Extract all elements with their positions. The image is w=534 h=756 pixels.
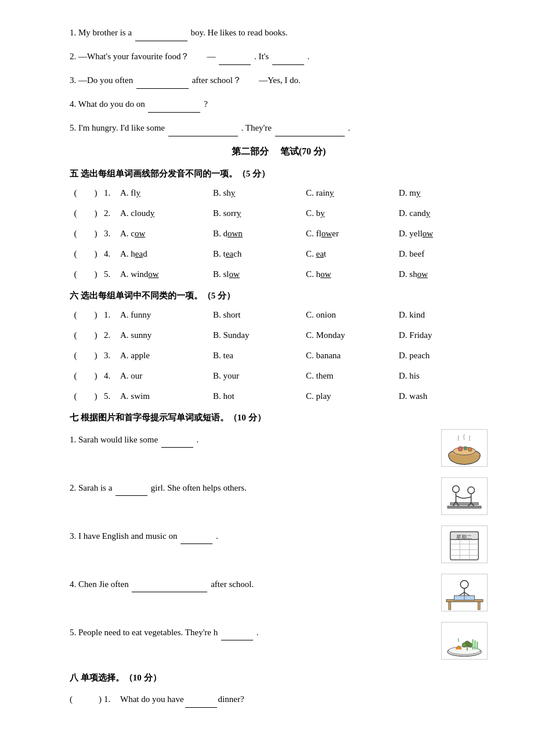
s5-row-4: ( ) 4. A. head B. teach C. eat D. beef (70, 246, 488, 262)
s6-row-1: ( ) 1. A. funny B. short C. onion D. kin… (70, 307, 488, 323)
svg-point-2 (458, 447, 463, 451)
blank-s7-5[interactable] (221, 624, 253, 640)
image-reading (441, 574, 488, 611)
image-calendar: 星期二 (441, 525, 488, 563)
blank-s7-4[interactable] (132, 576, 207, 592)
s6-row-5: ( ) 5. A. swim B. hot C. play D. wash (70, 388, 488, 404)
svg-point-3 (464, 447, 467, 450)
blank-s8-1[interactable] (185, 692, 217, 708)
s6-row-4: ( ) 4. A. our B. your C. them D. his (70, 368, 488, 384)
blank-2-1[interactable] (219, 47, 251, 65)
s5-row-1: ( ) 1. A. fly B. shy C. rainy D. my (70, 185, 488, 201)
s5-row-3: ( ) 3. A. cow B. down C. flower D. yello… (70, 226, 488, 242)
section5-title: 五 选出每组单词画线部分发音不同的一项。（5 分） (70, 166, 488, 182)
blank-4-1[interactable] (148, 95, 200, 113)
svg-point-39 (462, 643, 467, 647)
section8-title: 八 单项选择。（10 分） (70, 670, 488, 686)
line-2: 2. —What's your favourite food？ — . It's… (70, 47, 488, 65)
s6-row-2: ( ) 2. A. sunny B. Sunday C. Monday D. F… (70, 327, 488, 343)
s7-row-1: 1. Sarah would like some . (70, 429, 488, 467)
line-5: 5. I'm hungry. I'd like some . They're . (70, 118, 488, 136)
section6-title: 六 选出每组单词中不同类的一项。（5 分） (70, 288, 488, 304)
section7-title: 七 根据图片和首字母提示写单词或短语。（10 分） (70, 410, 488, 426)
s5-row-2: ( ) 2. A. cloudy B. sorry C. by D. candy (70, 206, 488, 221)
svg-line-14 (466, 497, 471, 498)
image-bowl (441, 429, 488, 467)
image-vegetables (441, 622, 488, 660)
s7-row-2: 2. Sarah is a girl. She often helps othe… (70, 477, 488, 515)
svg-line-9 (456, 496, 461, 498)
blank-2-2[interactable] (272, 47, 304, 65)
s8-row-1: ( ) 1. What do you have dinner? (70, 692, 488, 708)
line-3: 3. —Do you often after school？ —Yes, I d… (70, 71, 488, 89)
image-help (441, 477, 488, 515)
svg-rect-28 (478, 602, 480, 610)
line-1: 1. My brother is a boy. He likes to read… (70, 23, 488, 41)
line-1-num: 1. My brother is a (70, 28, 134, 37)
part2-title: 第二部分 笔试(70 分) (70, 143, 488, 160)
blank-s7-2[interactable] (116, 480, 147, 496)
s5-row-5: ( ) 5. A. window B. slow C. how D. show (70, 267, 488, 282)
svg-point-4 (468, 447, 472, 451)
svg-rect-27 (449, 602, 451, 610)
line-4: 4. What do you do on ? (70, 95, 488, 113)
svg-text:星期二: 星期二 (457, 534, 472, 540)
blank-5-2[interactable] (275, 118, 345, 136)
svg-point-29 (460, 580, 468, 588)
exam-content: 1. My brother is a boy. He likes to read… (70, 23, 488, 708)
blank-3-1[interactable] (136, 71, 189, 89)
s7-row-5: 5. People need to eat vegetables. They'r… (70, 622, 488, 660)
svg-line-37 (458, 638, 459, 642)
svg-point-40 (468, 643, 472, 647)
svg-rect-5 (448, 506, 481, 508)
blank-1-1[interactable] (135, 23, 187, 41)
s7-row-4: 4. Chen Jie often after school. (70, 574, 488, 611)
svg-point-12 (468, 487, 475, 494)
s7-row-3: 3. I have English and music on . 星期二 (70, 525, 488, 563)
svg-point-7 (453, 485, 460, 492)
s6-row-3: ( ) 3. A. apple B. tea C. banana D. peac… (70, 348, 488, 363)
blank-s7-3[interactable] (181, 528, 212, 544)
blank-s7-1[interactable] (161, 431, 193, 448)
blank-5-1[interactable] (168, 118, 238, 136)
